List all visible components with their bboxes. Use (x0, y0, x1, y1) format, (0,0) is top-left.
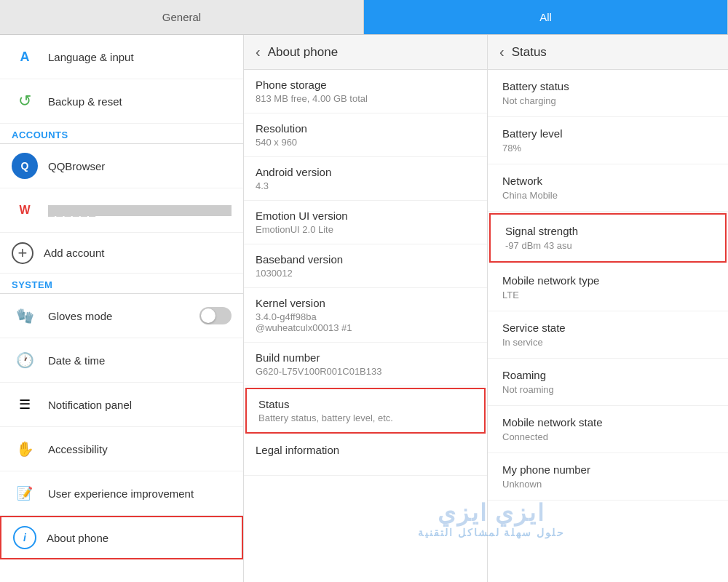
status-label: Status (258, 398, 472, 410)
system-section-header: SYSTEM (0, 274, 243, 294)
settings-item-weibo[interactable]: W ██████ (0, 188, 243, 233)
right-panel-header: ‹ Status (488, 35, 728, 70)
battery-level-value: 78% (502, 143, 713, 154)
middle-panel-title: About phone (268, 45, 338, 60)
battery-level-label: Battery level (502, 127, 713, 140)
battery-status-label: Battery status (502, 80, 713, 92)
backup-label: Backup & reset (48, 95, 232, 108)
settings-item-language[interactable]: A Language & input (0, 35, 243, 79)
info-emotion-ui[interactable]: Emotion UI version EmotionUI 2.0 Lite (244, 201, 487, 244)
phone-storage-value: 813 MB free, 4.00 GB total (256, 93, 475, 104)
service-state-label: Service state (502, 322, 713, 334)
about-phone-icon: i (13, 526, 36, 549)
right-panel: ‹ Status Battery status Not charging Bat… (488, 35, 728, 582)
info-resolution[interactable]: Resolution 540 x 960 (244, 113, 487, 157)
qqbrowser-label: QQBrowser (48, 160, 232, 172)
gloves-label: Gloves mode (48, 310, 199, 322)
emotion-ui-label: Emotion UI version (256, 210, 475, 222)
my-phone-number-label: My phone number (502, 463, 713, 476)
tab-general[interactable]: General (0, 0, 364, 34)
baseband-value: 1030012 (256, 268, 475, 279)
user-exp-icon: 📝 (12, 480, 38, 506)
settings-item-about-phone[interactable]: i About phone (0, 516, 243, 559)
backup-icon: ↺ (12, 88, 38, 114)
legal-label: Legal information (256, 444, 475, 456)
gloves-icon: 🧤 (12, 303, 38, 329)
settings-item-date-time[interactable]: 🕐 Date & time (0, 338, 243, 383)
middle-back-button[interactable]: ‹ (256, 44, 261, 60)
settings-item-user-exp[interactable]: 📝 User experience improvement (0, 471, 243, 516)
service-state-value: In service (502, 337, 713, 348)
language-label: Language & input (48, 51, 232, 63)
signal-strength-value: -97 dBm 43 asu (505, 240, 711, 251)
mobile-network-state-value: Connected (502, 431, 713, 442)
notification-icon: ☰ (12, 391, 38, 418)
left-panel: A Language & input ↺ Backup & reset ACCO… (0, 35, 244, 582)
info-kernel[interactable]: Kernel version 3.4.0-g4ff98ba @wuheatcul… (244, 288, 487, 343)
right-back-button[interactable]: ‹ (499, 44, 505, 60)
info-build[interactable]: Build number G620-L75V100R001C01B133 (244, 343, 487, 386)
info-baseband[interactable]: Baseband version 1030012 (244, 244, 487, 288)
info-phone-storage[interactable]: Phone storage 813 MB free, 4.00 GB total (244, 70, 487, 113)
status-signal-strength[interactable]: Signal strength -97 dBm 43 asu (489, 213, 727, 263)
kernel-label: Kernel version (256, 297, 475, 309)
user-exp-label: User experience improvement (48, 487, 232, 500)
language-icon: A (12, 44, 38, 70)
accounts-section-header: ACCOUNTS (0, 124, 243, 144)
resolution-value: 540 x 960 (256, 137, 475, 148)
status-battery-status[interactable]: Battery status Not charging (488, 70, 728, 117)
add-account-icon: + (12, 242, 33, 264)
date-time-label: Date & time (48, 354, 232, 367)
emotion-ui-value: EmotionUI 2.0 Lite (256, 224, 475, 235)
middle-panel-header: ‹ About phone (244, 35, 487, 70)
info-android-version[interactable]: Android version 4.3 (244, 157, 487, 201)
my-phone-number-value: Unknown (502, 479, 713, 490)
status-network[interactable]: Network China Mobile (488, 164, 728, 212)
status-value: Battery status, battery level, etc. (258, 412, 472, 423)
baseband-label: Baseband version (256, 253, 475, 266)
kernel-value: 3.4.0-g4ff98ba @wuheatculx00013 #1 (256, 311, 475, 333)
settings-item-backup[interactable]: ↺ Backup & reset (0, 79, 243, 124)
notification-label: Notification panel (48, 399, 232, 411)
status-service-state[interactable]: Service state In service (488, 311, 728, 359)
mobile-network-state-label: Mobile network state (502, 416, 713, 428)
accessibility-label: Accessibility (48, 443, 232, 455)
android-version-value: 4.3 (256, 180, 475, 191)
top-tab-bar: General All (0, 0, 728, 35)
battery-status-value: Not charging (502, 95, 713, 106)
settings-item-qqbrowser[interactable]: Q QQBrowser (0, 144, 243, 188)
weibo-icon: W (12, 197, 38, 223)
status-roaming[interactable]: Roaming Not roaming (488, 359, 728, 406)
roaming-value: Not roaming (502, 384, 713, 395)
roaming-label: Roaming (502, 369, 713, 381)
about-phone-label: About phone (47, 532, 230, 544)
info-status[interactable]: Status Battery status, battery level, et… (245, 388, 486, 434)
phone-storage-label: Phone storage (256, 79, 475, 91)
status-battery-level[interactable]: Battery level 78% (488, 117, 728, 164)
settings-item-notification[interactable]: ☰ Notification panel (0, 383, 243, 427)
network-label: Network (502, 175, 713, 187)
accessibility-icon: ✋ (12, 436, 38, 462)
status-mobile-network-state[interactable]: Mobile network state Connected (488, 406, 728, 453)
mobile-network-type-value: LTE (502, 290, 713, 300)
signal-strength-label: Signal strength (505, 225, 711, 237)
build-label: Build number (256, 351, 475, 364)
android-version-label: Android version (256, 166, 475, 178)
weibo-label: ██████ (48, 205, 232, 216)
settings-item-accessibility[interactable]: ✋ Accessibility (0, 427, 243, 471)
settings-item-gloves[interactable]: 🧤 Gloves mode (0, 294, 243, 338)
date-time-icon: 🕐 (12, 347, 38, 373)
settings-item-add-account[interactable]: + Add account (0, 233, 243, 274)
tab-all[interactable]: All (364, 0, 728, 34)
status-my-phone-number[interactable]: My phone number Unknown (488, 453, 728, 501)
info-legal[interactable]: Legal information (244, 435, 487, 476)
resolution-label: Resolution (256, 122, 475, 135)
middle-panel: ‹ About phone Phone storage 813 MB free,… (244, 35, 488, 582)
build-value: G620-L75V100R001C01B133 (256, 366, 475, 377)
gloves-toggle[interactable] (199, 307, 232, 324)
mobile-network-type-label: Mobile network type (502, 274, 713, 287)
main-content: A Language & input ↺ Backup & reset ACCO… (0, 35, 728, 582)
network-value: China Mobile (502, 190, 713, 201)
status-mobile-network-type[interactable]: Mobile network type LTE (488, 264, 728, 311)
right-panel-title: Status (512, 45, 547, 60)
